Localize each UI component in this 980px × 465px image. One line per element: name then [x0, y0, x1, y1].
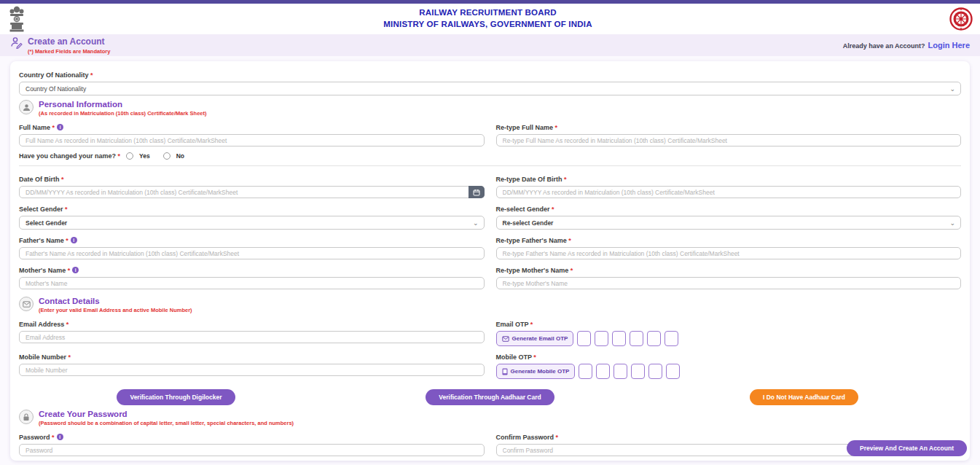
password-field: Passwordi [19, 429, 485, 456]
email-input[interactable] [19, 331, 485, 343]
father-name-label: Father's Name [19, 237, 68, 245]
full-name-label: Full Name [19, 124, 55, 132]
mobile-otp-field: Mobile OTP Generate Mobile OTP [496, 349, 962, 379]
info-icon[interactable]: i [57, 434, 63, 440]
retype-mother-name-input[interactable] [496, 277, 962, 289]
registration-form-card: Country Of Nationality Country Of Nation… [10, 61, 970, 461]
digilocker-verification-button[interactable]: Verification Through Digilocker [117, 389, 235, 405]
otp-box[interactable] [665, 331, 678, 346]
retype-full-name-input[interactable] [496, 134, 962, 146]
preview-create-account-button[interactable]: Preview And Create An Account [847, 440, 967, 456]
otp-box[interactable] [579, 364, 592, 379]
login-prompt: Already have an Account?Login Here [843, 41, 970, 50]
create-account-icon [10, 36, 23, 49]
password-note: (Password should be a combination of cap… [39, 420, 294, 426]
contact-title: Contact Details [39, 297, 192, 305]
country-select[interactable]: Country Of Nationality [19, 82, 961, 95]
mobile-field: Mobile Number [19, 349, 485, 379]
email-otp-boxes [577, 331, 678, 346]
mobile-input[interactable] [19, 364, 485, 376]
contact-section-header: Contact Details (Enter your valid Email … [19, 297, 961, 313]
name-changed-field: Have you changed your name? Yes No [19, 151, 961, 161]
indian-railways-logo [949, 7, 973, 31]
otp-box[interactable] [577, 331, 591, 346]
no-label: No [176, 152, 184, 160]
person-icon [19, 100, 34, 114]
dob-label: Date Of Birth [19, 176, 64, 184]
personal-info-note: (As recorded in Matriculation (10th clas… [39, 110, 206, 117]
password-input[interactable] [19, 444, 485, 456]
retype-mother-name-field: Re-type Mother's Name [496, 262, 962, 289]
mobile-otp-label: Mobile OTP [496, 353, 536, 362]
otp-box[interactable] [647, 331, 661, 346]
name-changed-label: Have you changed your name? [19, 152, 120, 160]
national-emblem-logo [7, 5, 26, 33]
password-title: Create Your Password [39, 410, 294, 418]
otp-box[interactable] [630, 331, 643, 346]
country-label: Country Of Nationality [19, 71, 93, 79]
retype-full-name-field: Re-type Full Name [496, 120, 962, 146]
otp-box[interactable] [666, 364, 680, 379]
no-aadhaar-button[interactable]: I Do Not Have Aadhaar Card [750, 389, 858, 405]
contact-note: (Enter your valid Email Address and acti… [39, 307, 192, 313]
retype-mother-name-label: Re-type Mother's Name [496, 267, 573, 275]
mobile-label: Mobile Number [19, 353, 71, 362]
envelope-icon [502, 336, 509, 342]
gender-field: Select Gender Select Gender ⌄ [19, 201, 485, 230]
full-name-input[interactable] [19, 134, 485, 146]
info-icon[interactable]: i [72, 267, 79, 273]
retype-dob-label: Re-type Date Of Birth [496, 176, 567, 184]
otp-box[interactable] [614, 364, 627, 379]
retype-dob-input[interactable] [496, 186, 962, 198]
regender-select[interactable]: Re-select Gender [496, 216, 962, 230]
email-field: Email Address [19, 316, 485, 346]
generate-mobile-otp-button[interactable]: Generate Mobile OTP [496, 364, 576, 379]
personal-info-title: Personal Information [39, 100, 206, 109]
create-account-title: Create an Account [28, 36, 110, 47]
dob-input[interactable] [19, 186, 485, 198]
confirm-password-label: Confirm Password [496, 434, 559, 442]
retype-dob-field: Re-type Date Of Birth [496, 171, 962, 198]
mobile-otp-boxes [579, 364, 680, 379]
otp-box[interactable] [648, 364, 662, 379]
country-field: Country Of Nationality Country Of Nation… [19, 67, 961, 95]
info-icon[interactable]: i [71, 237, 77, 243]
email-otp-label: Email OTP [496, 321, 533, 329]
page-title: RAILWAY RECRUITMENT BOARD MINISTRY OF RA… [26, 7, 949, 30]
regender-label: Re-select Gender [496, 206, 554, 214]
password-label: Password [19, 434, 55, 442]
father-name-field: Father's Namei [19, 232, 485, 259]
dob-field: Date Of Birth [19, 171, 485, 198]
password-section-header: Create Your Password (Password should be… [19, 410, 961, 426]
mother-name-field: Mother's Namei [19, 262, 485, 289]
mother-name-input[interactable] [19, 277, 485, 289]
name-changed-no-radio[interactable] [163, 152, 170, 160]
full-name-field: Full Namei [19, 120, 485, 146]
subheader-bar: Create an Account (*) Marked Fields are … [0, 34, 980, 56]
otp-box[interactable] [631, 364, 645, 379]
page-header: RAILWAY RECRUITMENT BOARD MINISTRY OF RA… [0, 4, 980, 34]
name-changed-yes-radio[interactable] [126, 152, 133, 160]
login-here-link[interactable]: Login Here [928, 41, 970, 50]
mandatory-note: (*) Marked Fields are Mandatory [28, 48, 110, 55]
retype-father-name-label: Re-type Father's Name [496, 237, 571, 245]
info-icon[interactable]: i [57, 124, 63, 130]
mother-name-label: Mother's Name [19, 267, 70, 275]
lock-icon [19, 410, 34, 424]
otp-box[interactable] [595, 331, 608, 346]
personal-info-section-header: Personal Information (As recorded in Mat… [19, 100, 961, 117]
retype-father-name-field: Re-type Father's Name [496, 232, 962, 259]
gender-label: Select Gender [19, 206, 68, 214]
aadhaar-verification-button[interactable]: Verification Through Aadhaar Card [426, 389, 554, 405]
retype-full-name-label: Re-type Full Name [496, 124, 558, 132]
calendar-icon[interactable] [469, 186, 485, 198]
envelope-icon [19, 297, 34, 311]
otp-box[interactable] [612, 331, 626, 346]
section-divider [19, 165, 961, 166]
email-otp-field: Email OTP Generate Email OTP [496, 316, 962, 346]
retype-father-name-input[interactable] [496, 247, 962, 259]
generate-email-otp-button[interactable]: Generate Email OTP [496, 331, 574, 346]
otp-box[interactable] [596, 364, 610, 379]
father-name-input[interactable] [19, 247, 485, 259]
gender-select[interactable]: Select Gender [19, 216, 485, 230]
